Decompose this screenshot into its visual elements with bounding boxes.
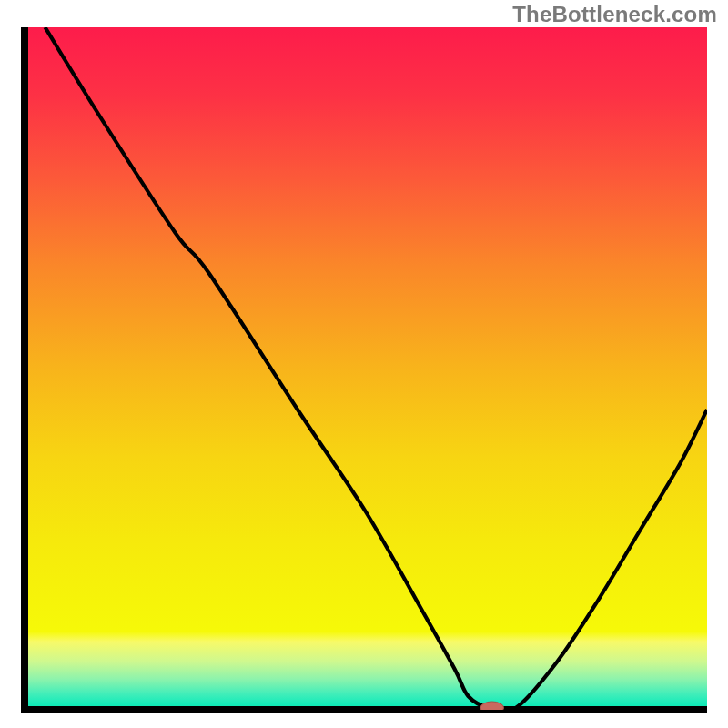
watermark-text: TheBottleneck.com <box>512 2 717 27</box>
chart-svg <box>0 0 728 728</box>
gradient-background <box>25 27 707 710</box>
chart-container: TheBottleneck.com <box>0 0 728 728</box>
